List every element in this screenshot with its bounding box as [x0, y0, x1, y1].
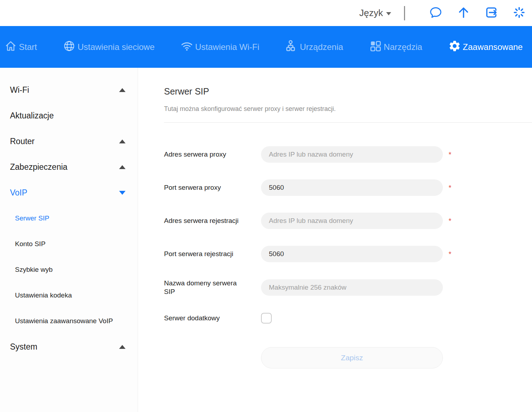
page-subtitle: Tutaj można skonfigurować serwer proxy i…	[164, 105, 532, 113]
nazwa-domeny-serwera-sip-input[interactable]	[261, 279, 443, 296]
top-utility-bar: Język	[0, 0, 532, 26]
language-label: Język	[359, 7, 383, 19]
chevron-up-icon	[119, 88, 126, 92]
form-row-adres-serwera-rejestracji: Adres serwera rejestracji *	[164, 213, 532, 229]
topbar-divider	[404, 6, 405, 20]
save-button[interactable]: Zapisz	[261, 347, 443, 368]
devices-icon	[285, 40, 298, 55]
sidebar-subitem-ustawienia-kodeka[interactable]: Ustawienia kodeka	[0, 283, 138, 308]
main-panel: Serwer SIP Tutaj można skonfigurować ser…	[138, 68, 532, 412]
form-row-port-serwera-proxy: Port serwera proxy *	[164, 179, 532, 196]
field-label: Adres serwera proxy	[164, 150, 247, 159]
sidebar-item-router[interactable]: Router	[0, 128, 138, 154]
required-marker: *	[449, 217, 453, 225]
form-row-nazwa-domeny-serwera-sip: Nazwa domeny serwera SIP	[164, 279, 532, 296]
home-icon	[4, 40, 17, 55]
port-serwera-rejestracji-input[interactable]	[261, 246, 443, 262]
globe-icon	[63, 40, 76, 55]
sidebar-subitem-label: Konto SIP	[15, 240, 46, 248]
field-label: Port serwera proxy	[164, 183, 247, 192]
nav-item-label: Ustawienia Wi-Fi	[195, 42, 259, 52]
sidebar-item-label: Aktualizacje	[10, 111, 54, 121]
sidebar-subitem-szybkie-wyb[interactable]: Szybkie wyb	[0, 257, 138, 283]
sidebar-subitem-konto-sip[interactable]: Konto SIP	[0, 231, 138, 257]
sidebar: Wi-Fi Aktualizacje Router Zabezpieczenia…	[0, 68, 138, 412]
chat-button[interactable]	[429, 6, 443, 20]
required-marker: *	[449, 250, 453, 258]
sidebar-item-system[interactable]: System	[0, 334, 138, 360]
sidebar-subitem-label: Ustawienia zaawansowane VoIP	[15, 317, 113, 325]
logout-button[interactable]	[484, 6, 498, 20]
nav-item-label: Ustawienia sieciowe	[77, 42, 154, 52]
gear-icon	[448, 40, 461, 55]
field-label: Nazwa domeny serwera SIP	[164, 279, 247, 296]
field-label: Serwer dodatkowy	[164, 314, 247, 322]
sidebar-item-label: Router	[10, 137, 35, 146]
field-label: Port serwera rejestracji	[164, 250, 247, 258]
nav-item-zaawansowane[interactable]: Zaawansowane	[448, 40, 523, 55]
tools-grid-icon	[369, 40, 382, 55]
nav-item-ustawienia-wifi[interactable]: Ustawienia Wi-Fi	[180, 40, 259, 55]
language-selector[interactable]: Język	[359, 7, 391, 19]
content-area: Wi-Fi Aktualizacje Router Zabezpieczenia…	[0, 68, 532, 412]
chevron-up-icon	[119, 139, 126, 143]
form-row-serwer-dodatkowy: Serwer dodatkowy	[164, 313, 532, 324]
nav-item-label: Start	[19, 42, 37, 52]
chevron-up-icon	[119, 345, 126, 349]
port-serwera-proxy-input[interactable]	[261, 179, 443, 196]
sidebar-subitem-ustawienia-zaawansowane-voip[interactable]: Ustawienia zaawansowane VoIP	[0, 308, 138, 334]
section-divider	[164, 122, 532, 123]
sidebar-item-voip[interactable]: VoIP	[0, 180, 138, 205]
logout-icon	[485, 6, 498, 21]
form-row-port-serwera-rejestracji: Port serwera rejestracji *	[164, 246, 532, 262]
sidebar-subitem-serwer-sip[interactable]: Serwer SIP	[0, 205, 138, 231]
required-marker: *	[449, 184, 453, 192]
form-row-adres-serwera-proxy: Adres serwera proxy *	[164, 146, 532, 163]
sidebar-item-aktualizacje[interactable]: Aktualizacje	[0, 103, 138, 128]
sip-server-form: Adres serwera proxy * Port serwera proxy…	[164, 146, 532, 368]
main-navbar: Start Ustawienia sieciowe Ustawienia Wi-…	[0, 26, 532, 68]
chevron-down-icon	[386, 12, 391, 15]
nav-item-urzadzenia[interactable]: Urządzenia	[285, 40, 343, 55]
adres-serwera-proxy-input[interactable]	[261, 146, 443, 163]
upload-button[interactable]	[456, 6, 471, 20]
nav-item-start[interactable]: Start	[4, 40, 37, 55]
chevron-down-icon	[119, 191, 126, 195]
nav-item-label: Urządzenia	[300, 42, 343, 52]
sidebar-subitem-label: Szybkie wyb	[15, 266, 53, 274]
sidebar-item-label: Zabezpieczenia	[10, 162, 67, 172]
loading-spinner-icon	[512, 6, 526, 21]
nav-item-label: Zaawansowane	[463, 42, 523, 52]
loading-button[interactable]	[512, 6, 526, 20]
nav-item-label: Narzędzia	[384, 42, 422, 52]
sidebar-item-label: System	[10, 342, 37, 352]
page-title: Serwer SIP	[164, 86, 532, 97]
nav-item-ustawienia-sieciowe[interactable]: Ustawienia sieciowe	[63, 40, 154, 55]
chat-icon	[429, 6, 443, 21]
nav-item-narzedzia[interactable]: Narzędzia	[369, 40, 422, 55]
adres-serwera-rejestracji-input[interactable]	[261, 213, 443, 229]
serwer-dodatkowy-checkbox[interactable]	[261, 313, 272, 324]
field-label: Adres serwera rejestracji	[164, 217, 247, 225]
required-marker: *	[449, 151, 453, 159]
wifi-icon	[180, 40, 193, 55]
chevron-up-icon	[119, 165, 126, 169]
sidebar-item-wifi[interactable]: Wi-Fi	[0, 77, 138, 103]
sidebar-item-label: VoIP	[10, 188, 27, 198]
upload-arrow-icon	[457, 6, 470, 21]
sidebar-item-zabezpieczenia[interactable]: Zabezpieczenia	[0, 154, 138, 180]
sidebar-subitem-label: Ustawienia kodeka	[15, 291, 72, 299]
sidebar-subitem-label: Serwer SIP	[15, 214, 49, 222]
sidebar-item-label: Wi-Fi	[10, 85, 29, 95]
